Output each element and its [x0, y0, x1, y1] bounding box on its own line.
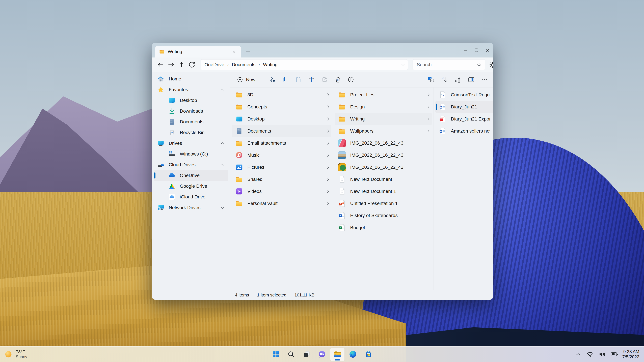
sidebar-item-downloads[interactable]: Downloads [154, 106, 228, 116]
chevron-right-icon[interactable] [427, 118, 430, 120]
file-row-documents[interactable]: Documents [232, 125, 331, 137]
weather-widget[interactable]: 78°F Sunny [0, 347, 31, 362]
cut-button[interactable] [269, 76, 276, 83]
sidebar-item-google-drive[interactable]: Google Drive [154, 181, 228, 192]
chevron-right-icon[interactable] [326, 178, 329, 181]
sidebar-group-network-drives[interactable]: Network Drives [154, 202, 228, 213]
chevron-right-icon[interactable] [326, 154, 329, 157]
delete-button[interactable] [334, 76, 342, 83]
file-row[interactable]: Desktop [232, 113, 331, 125]
chevron-right-icon[interactable] [427, 106, 430, 108]
titlebar[interactable]: Writing [152, 43, 493, 57]
sidebar-item-onedrive[interactable]: OneDrive [154, 170, 228, 181]
chevron-right-icon[interactable] [326, 130, 329, 133]
file-row-selected-diary[interactable]: Diary_Jun21 [435, 101, 493, 113]
chevron-right-icon[interactable] [326, 142, 329, 145]
new-tab-button[interactable] [243, 46, 253, 56]
battery-indicator[interactable] [610, 350, 618, 358]
share-button[interactable] [321, 76, 328, 83]
tab-close-icon[interactable] [230, 48, 238, 55]
settings-button[interactable] [489, 60, 493, 69]
file-row[interactable]: CrimsonText-Regular [435, 89, 493, 101]
edge-button[interactable] [346, 348, 360, 361]
file-row[interactable]: Diary_Jun21 Exported [435, 113, 493, 125]
breadcrumb-writing[interactable]: Writing [263, 62, 278, 67]
address-bar[interactable]: OneDrive › Documents › Writing [200, 59, 408, 70]
explorer-tab[interactable]: Writing [155, 46, 241, 57]
sidebar-item-windows-c[interactable]: Windows (C:) [154, 149, 228, 159]
expand-chevron-icon[interactable] [221, 206, 224, 209]
breadcrumb-onedrive[interactable]: OneDrive [204, 62, 224, 67]
see-more-button[interactable] [481, 76, 488, 83]
chevron-right-icon[interactable] [326, 106, 329, 108]
select-toggle-button[interactable] [427, 76, 435, 83]
file-row[interactable]: Personal Vault [232, 197, 331, 210]
up-button[interactable] [177, 60, 186, 69]
copy-button[interactable] [282, 76, 289, 83]
chevron-right-icon[interactable] [427, 93, 430, 96]
file-row[interactable]: IMG_2022_06_16_22_43 [335, 137, 432, 149]
refresh-button[interactable] [188, 60, 196, 69]
breadcrumb-documents[interactable]: Documents [232, 62, 256, 67]
back-button[interactable] [156, 60, 165, 69]
file-row[interactable]: IMG_2022_06_16_22_43 [335, 149, 432, 161]
forward-button[interactable] [167, 60, 176, 69]
task-view-button[interactable] [300, 348, 314, 361]
sidebar-item-recycle-bin[interactable]: Recycle Bin [154, 127, 228, 138]
hidden-icons-button[interactable] [574, 350, 582, 358]
file-row[interactable]: New Text Document [335, 173, 432, 185]
file-row[interactable]: Untitled Presentation 1 [335, 197, 432, 210]
file-row-writing[interactable]: Writing [335, 113, 432, 125]
volume-indicator[interactable] [598, 350, 606, 358]
search-box[interactable] [412, 59, 485, 70]
file-row[interactable]: Project files [335, 89, 432, 101]
minimize-button[interactable] [460, 43, 471, 57]
maximize-button[interactable] [471, 43, 482, 57]
file-row[interactable]: Music [232, 149, 331, 161]
sidebar-item-icloud-drive[interactable]: iCloud Drive [154, 192, 228, 202]
panes-button[interactable] [468, 76, 475, 83]
paste-button[interactable] [295, 76, 302, 83]
file-row[interactable]: Shared [232, 173, 331, 185]
file-row[interactable]: Amazon sellers newsl [435, 125, 493, 137]
search-input[interactable] [416, 62, 476, 67]
chevron-right-icon[interactable] [326, 118, 329, 120]
sidebar-item-documents[interactable]: Documents [154, 116, 228, 127]
sidebar-group-cloud-drives[interactable]: Cloud Drives [154, 159, 228, 170]
rename-button[interactable] [308, 76, 315, 83]
collapse-chevron-icon[interactable] [221, 142, 224, 145]
chevron-right-icon[interactable] [326, 166, 329, 169]
start-button[interactable] [269, 348, 283, 361]
properties-button[interactable] [347, 76, 354, 83]
store-button[interactable] [361, 348, 375, 361]
new-button[interactable]: New [235, 75, 257, 84]
chevron-right-icon[interactable] [326, 202, 329, 205]
file-row[interactable]: Concepts [232, 101, 331, 113]
file-row[interactable]: IMG_2022_06_16_22_43 [335, 161, 432, 173]
taskbar-search-button[interactable] [284, 348, 298, 361]
chevron-right-icon[interactable] [427, 130, 430, 133]
file-row[interactable]: History of Skateboards [335, 210, 432, 222]
file-row[interactable]: Design [335, 101, 432, 113]
sort-button[interactable] [441, 76, 448, 83]
file-row[interactable]: Videos [232, 185, 331, 197]
sidebar-group-favorites[interactable]: Favorites [154, 84, 228, 95]
file-row[interactable]: Pictures [232, 161, 331, 173]
address-dropdown-icon[interactable] [402, 63, 404, 66]
collapse-chevron-icon[interactable] [221, 89, 224, 92]
close-button[interactable] [482, 43, 493, 57]
taskbar-clock[interactable]: 9:28 AM 7/5/2022 [622, 349, 639, 360]
chevron-right-icon[interactable] [326, 190, 329, 193]
file-row[interactable]: Budget [335, 222, 432, 234]
view-options-button[interactable] [454, 76, 462, 83]
wifi-indicator[interactable] [586, 350, 594, 358]
sidebar-item-desktop[interactable]: Desktop [154, 95, 228, 106]
collapse-chevron-icon[interactable] [221, 164, 224, 167]
file-row[interactable]: 3D [232, 89, 331, 101]
file-row[interactable]: Email attachments [232, 137, 331, 149]
chevron-right-icon[interactable] [326, 93, 329, 96]
sidebar-item-home[interactable]: Home [154, 73, 228, 84]
file-row[interactable]: New Text Document 1 [335, 185, 432, 197]
file-explorer-button[interactable] [330, 348, 344, 361]
chat-button[interactable] [315, 348, 329, 361]
